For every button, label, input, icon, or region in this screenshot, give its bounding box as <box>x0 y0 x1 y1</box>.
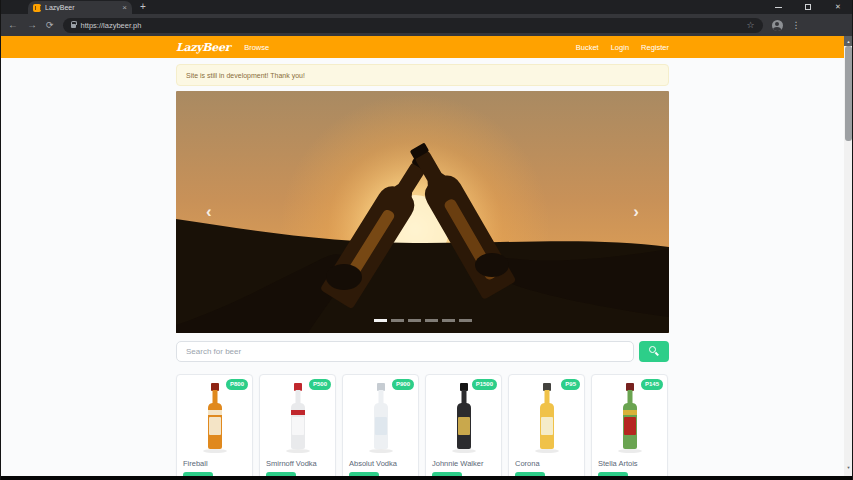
maximize-icon <box>805 4 811 10</box>
forward-icon[interactable]: → <box>27 20 37 30</box>
new-tab-button[interactable]: + <box>140 2 146 12</box>
product-card[interactable]: P145 Stella Artois <box>591 374 668 476</box>
price-badge: P800 <box>226 379 248 390</box>
product-card[interactable]: P500 Smirnoff Vodka <box>259 374 336 476</box>
product-name: Absolut Vodka <box>343 455 418 470</box>
bottle-illustration <box>281 383 315 453</box>
carousel-prev-icon[interactable]: ‹ <box>206 203 212 220</box>
tab-title: LazyBeer <box>45 4 118 11</box>
browser-tab[interactable]: LazyBeer × <box>28 1 132 14</box>
search-button[interactable] <box>639 341 669 362</box>
price-badge: P900 <box>392 379 414 390</box>
carousel-next-icon[interactable]: › <box>633 203 639 220</box>
nav-link-bucket[interactable]: Bucket <box>576 43 599 52</box>
nav-link-browse[interactable]: Browse <box>244 43 269 52</box>
search-input[interactable] <box>176 341 634 362</box>
product-name: Stella Artois <box>592 455 667 470</box>
nav-link-register[interactable]: Register <box>641 43 669 52</box>
price-badge: P145 <box>641 379 663 390</box>
back-icon[interactable]: ← <box>8 20 18 30</box>
bookmark-star-icon[interactable]: ☆ <box>746 20 754 30</box>
site-navbar: LazyBeer Browse Bucket Login Register <box>0 36 853 58</box>
price-badge: P1500 <box>472 379 497 390</box>
price-badge: P95 <box>561 379 580 390</box>
search-icon <box>649 346 656 353</box>
page-content: Site is still in development! Thank you! <box>0 58 853 476</box>
profile-avatar[interactable] <box>772 20 783 31</box>
product-name: Fireball <box>177 455 252 470</box>
refresh-icon[interactable]: ⟳ <box>46 20 54 30</box>
product-card[interactable]: P800 Fireball <box>176 374 253 476</box>
carousel-indicator[interactable] <box>459 319 472 322</box>
window-bottom-edge <box>0 476 853 480</box>
hero-carousel: ‹ › <box>176 91 669 333</box>
bottle-illustration <box>613 383 647 453</box>
tab-close-icon[interactable]: × <box>122 4 127 12</box>
carousel-indicator[interactable] <box>408 319 421 322</box>
carousel-indicators <box>374 319 472 322</box>
address-bar[interactable]: https://lazybeer.ph ☆ <box>63 18 763 33</box>
carousel-indicator[interactable] <box>391 319 404 322</box>
product-grid: P800 Fireball P500 S <box>176 374 669 476</box>
carousel-indicator[interactable] <box>425 319 438 322</box>
favicon-icon <box>33 4 41 12</box>
product-card[interactable]: P1500 Johnnie Walker <box>425 374 502 476</box>
product-name: Corona <box>509 455 584 470</box>
maximize-button[interactable] <box>793 0 823 14</box>
minimize-icon <box>775 7 782 8</box>
window-controls: ✕ <box>763 0 853 14</box>
lock-icon <box>71 24 76 28</box>
title-bar: LazyBeer × + ✕ <box>0 0 853 14</box>
bottle-illustration <box>530 383 564 453</box>
window-left-edge <box>0 0 1 480</box>
close-button[interactable]: ✕ <box>823 0 853 14</box>
scrollbar-thumb[interactable] <box>845 46 852 141</box>
carousel-indicator[interactable] <box>442 319 455 322</box>
nav-link-login[interactable]: Login <box>611 43 629 52</box>
bottle-illustration <box>198 383 232 453</box>
browser-toolbar: ← → ⟳ https://lazybeer.ph ☆ ⋮ <box>0 14 853 36</box>
product-card[interactable]: P900 Absolut Vodka <box>342 374 419 476</box>
nav-right-links: Bucket Login Register <box>576 43 669 52</box>
product-card[interactable]: P95 Corona <box>508 374 585 476</box>
carousel-indicator[interactable] <box>374 319 387 322</box>
product-name: Smirnoff Vodka <box>260 455 335 470</box>
price-badge: P500 <box>309 379 331 390</box>
bottle-illustration <box>364 383 398 453</box>
minimize-button[interactable] <box>763 0 793 14</box>
product-name: Johnnie Walker <box>426 455 501 470</box>
hero-image-cheers-sunset <box>176 91 669 333</box>
dev-notice-banner: Site is still in development! Thank you! <box>176 64 669 86</box>
menu-icon[interactable]: ⋮ <box>792 20 801 30</box>
url-text[interactable]: https://lazybeer.ph <box>81 21 742 30</box>
bottle-illustration <box>447 383 481 453</box>
dev-notice-text: Site is still in development! Thank you! <box>186 72 305 79</box>
search-bar <box>176 341 669 362</box>
site-logo[interactable]: LazyBeer <box>176 41 230 54</box>
